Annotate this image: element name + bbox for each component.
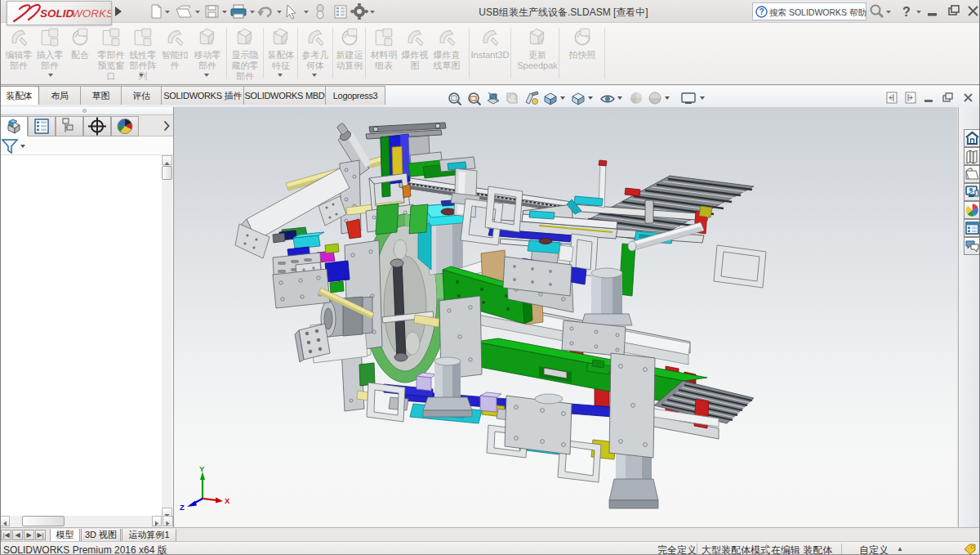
svg-text:Z: Z [180, 503, 185, 512]
svg-text:?: ? [759, 7, 764, 16]
svg-text:Y: Y [199, 465, 205, 473]
svg-text:SOLID: SOLID [40, 7, 74, 20]
svg-text:X: X [225, 496, 230, 505]
svg-text:WORKS: WORKS [72, 7, 111, 20]
svg-text:?: ? [902, 5, 911, 19]
